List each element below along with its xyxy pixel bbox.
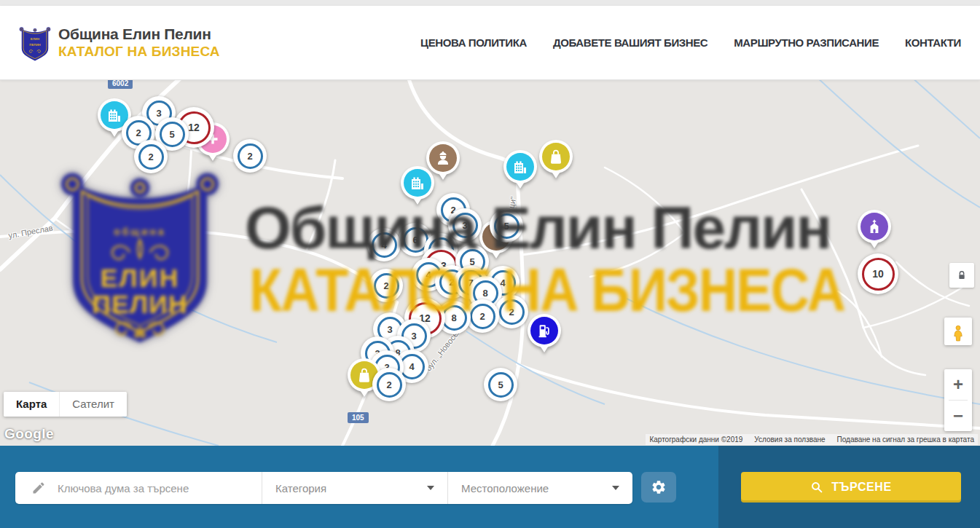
factory-icon bbox=[404, 169, 431, 197]
search-button[interactable]: ТЪРСЕНЕ bbox=[741, 472, 961, 503]
cluster-marker[interactable]: 2 bbox=[372, 368, 406, 401]
cluster-count: 4 bbox=[426, 269, 431, 280]
nav-item-4[interactable]: КОНТАКТИ bbox=[905, 36, 961, 49]
cluster-count: 2 bbox=[148, 151, 153, 162]
map-type-control: Карта Сателит bbox=[4, 392, 127, 417]
terms-of-use-link[interactable]: Условия за ползване bbox=[754, 436, 825, 444]
factory-icon bbox=[506, 153, 534, 181]
cluster-count: 5 bbox=[169, 129, 174, 140]
gear-icon bbox=[651, 479, 667, 495]
map-data-copyright: Картографски данни ©2019 bbox=[649, 436, 742, 444]
street-view-pegman-button[interactable] bbox=[944, 318, 972, 345]
fuel-icon bbox=[530, 317, 558, 344]
nav-item-3[interactable]: МАРШРУТНО РАЗПИСАНИЕ bbox=[734, 36, 879, 49]
map-attribution: Картографски данни ©2019 Условия за полз… bbox=[646, 434, 978, 445]
location-select-label: Местоположение bbox=[461, 482, 549, 494]
svg-text:ПЕЛИН: ПЕЛИН bbox=[29, 42, 40, 46]
svg-text:ЕЛИН: ЕЛИН bbox=[31, 37, 39, 41]
zoom-out-button[interactable]: − bbox=[944, 401, 972, 431]
search-icon bbox=[810, 481, 823, 494]
map-type-map-button[interactable]: Карта bbox=[4, 392, 59, 417]
cluster-count: 2 bbox=[479, 311, 485, 322]
pegman-icon bbox=[949, 322, 967, 345]
cluster-count: 3 bbox=[156, 108, 161, 119]
cluster-count: 2 bbox=[509, 307, 514, 318]
cluster-count: 5 bbox=[498, 379, 503, 390]
cluster-count: 8 bbox=[482, 288, 487, 299]
cluster-count: 4 bbox=[381, 240, 386, 251]
cluster-count: 3 bbox=[462, 220, 467, 231]
keyword-field bbox=[15, 472, 262, 504]
brand[interactable]: ЕЛИН ПЕЛИН Община Елин Пелин КАТАЛОГ НА … bbox=[19, 24, 220, 62]
cluster-marker[interactable]: 3 bbox=[448, 208, 482, 242]
cluster-marker[interactable]: 5 bbox=[484, 368, 517, 401]
cluster-marker[interactable]: 2 bbox=[495, 295, 528, 328]
page: ЕЛИН ПЕЛИН Община Елин Пелин КАТАЛОГ НА … bbox=[0, 0, 980, 528]
cluster-count: 2 bbox=[247, 151, 252, 162]
cluster-count: 3 bbox=[387, 324, 392, 335]
cluster-marker[interactable]: 10 bbox=[858, 253, 898, 294]
report-map-error-link[interactable]: Подаване на сигнал за грешка в картата bbox=[837, 436, 974, 444]
map-canvas[interactable]: 6002105 ул. Преславбул. „Новоселци“ 3122… bbox=[0, 80, 980, 446]
site-title: Община Елин Пелин bbox=[58, 25, 220, 43]
cluster-marker[interactable]: 4 bbox=[367, 228, 401, 261]
lock-icon bbox=[956, 269, 968, 281]
keyword-input[interactable] bbox=[56, 481, 262, 495]
cluster-count: 2 bbox=[383, 280, 388, 291]
markers-layer: 3122522235647135104274282281233834325 bbox=[0, 80, 980, 446]
top-strip bbox=[0, 0, 980, 6]
cluster-count: 12 bbox=[188, 122, 200, 133]
main-nav: ЦЕНОВА ПОЛИТИКАДОБАВЕТЕ ВАШИЯТ БИЗНЕСМАР… bbox=[420, 36, 961, 49]
cluster-count: 2 bbox=[136, 127, 141, 138]
cluster-count: 6 bbox=[412, 235, 418, 245]
nav-item-1[interactable]: ЦЕНОВА ПОЛИТИКА bbox=[420, 36, 527, 49]
search-bar: Категория Местоположение ТЪРСЕНЕ bbox=[0, 446, 980, 528]
location-select[interactable]: Местоположение bbox=[447, 472, 632, 504]
pin-marker[interactable] bbox=[858, 210, 891, 243]
lock-button[interactable] bbox=[949, 263, 974, 288]
site-subtitle: КАТАЛОГ НА БИЗНЕСА bbox=[58, 44, 220, 60]
advanced-settings-button[interactable] bbox=[641, 472, 676, 503]
zoom-in-button[interactable]: + bbox=[944, 369, 972, 400]
pin-marker[interactable] bbox=[503, 150, 537, 184]
cluster-marker[interactable]: 2 bbox=[233, 139, 267, 173]
pin-marker[interactable] bbox=[401, 166, 434, 200]
cluster-count: 5 bbox=[503, 221, 509, 232]
cluster-count: 8 bbox=[451, 312, 456, 323]
header: ЕЛИН ПЕЛИН Община Елин Пелин КАТАЛОГ НА … bbox=[0, 6, 980, 80]
pencil-icon bbox=[31, 481, 46, 495]
municipality-logo-icon: ЕЛИН ПЕЛИН bbox=[19, 24, 51, 62]
cluster-count: 10 bbox=[872, 268, 884, 280]
map-type-satellite-button[interactable]: Сателит bbox=[59, 392, 127, 417]
chevron-down-icon bbox=[612, 486, 619, 490]
zoom-control: + − bbox=[944, 369, 972, 431]
nav-item-2[interactable]: ДОБАВЕТЕ ВАШИЯТ БИЗНЕС bbox=[553, 36, 707, 49]
church-icon bbox=[861, 213, 888, 240]
cluster-marker[interactable]: 2 bbox=[134, 140, 168, 173]
bag-icon bbox=[542, 143, 570, 170]
cluster-count: 4 bbox=[409, 361, 414, 372]
category-select-label: Категория bbox=[275, 482, 326, 494]
pin-marker[interactable] bbox=[539, 140, 573, 173]
search-input-group: Категория Местоположение bbox=[15, 472, 632, 504]
chevron-down-icon bbox=[427, 486, 434, 490]
pin-marker[interactable] bbox=[528, 314, 561, 347]
category-select[interactable]: Категория bbox=[262, 472, 447, 504]
search-button-label: ТЪРСЕНЕ bbox=[831, 481, 892, 494]
cluster-marker[interactable]: 2 bbox=[369, 269, 403, 302]
cluster-count: 2 bbox=[386, 379, 391, 390]
cluster-marker[interactable]: 5 bbox=[490, 209, 523, 243]
google-logo[interactable]: Google bbox=[4, 426, 54, 442]
cluster-count: 3 bbox=[411, 331, 416, 342]
